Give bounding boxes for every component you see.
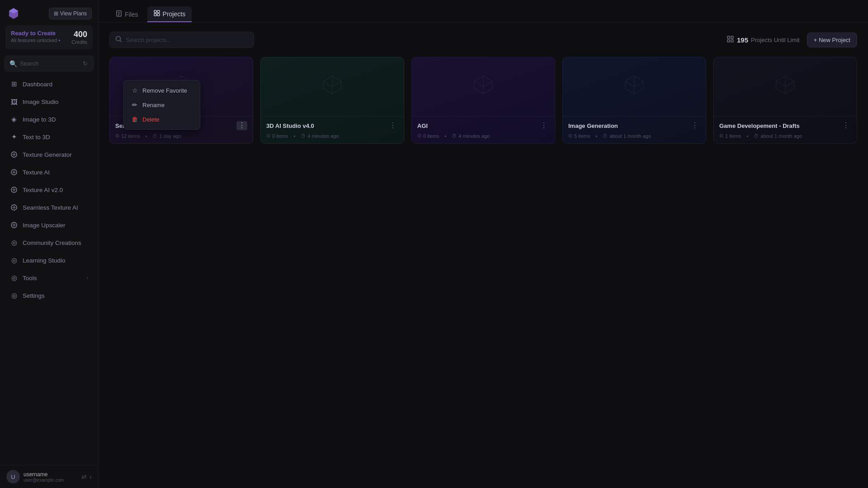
top-tabs: Files Projects (99, 0, 868, 23)
sidebar-item-image-upscaler[interactable]: Image Upscaler (3, 216, 95, 234)
edit-icon: ✏ (131, 101, 138, 108)
sidebar-item-text-to-3d[interactable]: ✦ Text to 3D (3, 128, 95, 145)
project-card-seamless-textures-2[interactable]: ☆ Remove Favorite ✏ Rename 🗑 Delete (109, 57, 253, 144)
card-menu-button-3[interactable]: ⋮ (538, 121, 549, 130)
learning-icon: ◎ (10, 256, 18, 264)
card-meta-row: ⊙ 1 items • ⏱ about 1 month ago (719, 133, 851, 139)
tab-projects[interactable]: Projects (147, 6, 192, 22)
card-menu-button-5[interactable]: ⋮ (840, 121, 851, 130)
footer-actions: ⇄ ‹ (81, 473, 92, 480)
sidebar-item-texture-generator[interactable]: Texture Generator (3, 146, 95, 163)
projects-icon (154, 10, 160, 18)
sidebar-item-label: Image to 3D (23, 116, 56, 123)
project-card-3d-ai-studio[interactable]: 3D AI Studio v4.0 ⋮ ⊙ 0 items • ⏱ 4 minu… (260, 57, 404, 144)
switch-account-button[interactable]: ⇄ (81, 473, 87, 480)
credits-label: Credits (71, 39, 87, 45)
tab-files-label: Files (125, 11, 138, 18)
items-icon: ⊙ (568, 133, 572, 139)
sidebar-item-learning[interactable]: ◎ Learning Studio (3, 252, 95, 269)
sidebar-item-settings[interactable]: ◎ Settings (3, 287, 95, 304)
sidebar-item-texture-ai-v2[interactable]: Texture AI v2.0 (3, 181, 95, 198)
items-icon: ⊙ (719, 133, 723, 139)
project-card-game-dev[interactable]: Game Developement - Drafts ⋮ ⊙ 1 items •… (713, 57, 857, 144)
card-menu-button-2[interactable]: ⋮ (387, 121, 398, 130)
sidebar-item-label: Settings (23, 292, 45, 299)
credits-amount: 400 (71, 30, 87, 39)
sidebar-item-image-to-3d[interactable]: ◈ Image to 3D (3, 111, 95, 128)
sidebar-item-label: Texture Generator (23, 151, 72, 158)
project-card-image-generation[interactable]: Image Generation ⋮ ⊙ 5 items • ⏱ about 1… (562, 57, 706, 144)
sidebar-item-dashboard[interactable]: ⊞ Dashboard (3, 75, 95, 93)
view-plans-icon: ⊞ (54, 10, 58, 17)
sidebar-item-label: Learning Studio (23, 257, 66, 264)
sidebar-item-seamless-texture[interactable]: Seamless Texture AI (3, 199, 95, 216)
svg-rect-15 (731, 40, 733, 42)
sidebar-search-row[interactable]: 🔍 ↻ (5, 56, 94, 71)
view-plans-label: View Plans (60, 10, 87, 17)
sidebar-item-community[interactable]: ◎ Community Creations (3, 234, 95, 251)
tab-files[interactable]: Files (109, 7, 145, 22)
logo-icon (6, 6, 21, 21)
card-title-text: 3D AI Studio v4.0 (266, 122, 314, 129)
items-count: ⊙ 5 items (568, 133, 590, 139)
card-menu-button-1[interactable]: ⋮ (236, 121, 247, 130)
project-card-agi[interactable]: AGI ⋮ ⊙ 0 items • ⏱ 4 minutes ago (411, 57, 555, 144)
context-menu-delete-label: Delete (142, 116, 160, 123)
card-info: 3D AI Studio v4.0 ⋮ ⊙ 0 items • ⏱ 4 minu… (261, 116, 404, 143)
brand-logo-svg (7, 7, 20, 20)
tab-projects-label: Projects (163, 10, 186, 18)
context-menu-rename[interactable]: ✏ Rename (126, 98, 198, 112)
context-menu-remove-favorite[interactable]: ☆ Remove Favorite (126, 83, 198, 98)
refresh-button[interactable]: ↻ (82, 59, 89, 68)
chevron-right-icon: › (86, 275, 88, 281)
card-title-row: 3D AI Studio v4.0 ⋮ (266, 121, 398, 130)
sidebar-item-label: Image Studio (23, 99, 59, 105)
ready-to-create-text: Ready to Create (11, 30, 60, 37)
card-title: Image Generation (568, 122, 618, 129)
card-info: Image Generation ⋮ ⊙ 5 items • ⏱ about 1… (563, 116, 706, 143)
settings-icon: ◎ (10, 291, 18, 300)
tools-icon: ◎ (10, 274, 18, 282)
texture-ai-icon (10, 168, 18, 176)
card-title-text: AGI (417, 122, 428, 129)
collapse-sidebar-button[interactable]: ‹ (90, 473, 92, 480)
card-meta-row: ⊙ 0 items • ⏱ 4 minutes ago (417, 133, 549, 139)
search-projects-input[interactable] (126, 37, 248, 43)
context-menu: ☆ Remove Favorite ✏ Rename 🗑 Delete (123, 80, 200, 130)
card-meta-row: ⊙ 0 items • ⏱ 4 minutes ago (266, 133, 398, 139)
items-count: ⊙ 0 items (417, 133, 439, 139)
view-plans-button[interactable]: ⊞ View Plans (49, 8, 92, 19)
svg-rect-8 (154, 14, 156, 16)
card-title-text: Game Developement - Drafts (719, 122, 800, 129)
svg-rect-14 (727, 40, 730, 42)
logo-area (6, 6, 21, 21)
sidebar-item-texture-ai[interactable]: Texture AI (3, 164, 95, 181)
clock-icon: ⏱ (603, 133, 608, 139)
sidebar-nav: ⊞ Dashboard 🖼 Image Studio ◈ Image to 3D… (0, 75, 98, 465)
time-modified: ⏱ about 1 month ago (754, 133, 802, 139)
dashboard-icon: ⊞ (10, 80, 18, 88)
sidebar-item-label: Seamless Texture AI (23, 204, 78, 211)
card-title: AGI (417, 122, 428, 129)
community-icon: ◎ (10, 239, 18, 247)
projects-limit: 195 Projects Until Limit (727, 36, 800, 44)
search-input[interactable] (20, 60, 79, 67)
user-name: username (24, 471, 78, 478)
new-project-button[interactable]: + New Project (807, 33, 857, 47)
svg-rect-9 (157, 14, 160, 16)
card-info: Game Developement - Drafts ⋮ ⊙ 1 items •… (714, 116, 857, 143)
context-menu-delete[interactable]: 🗑 Delete (126, 112, 198, 127)
card-info: AGI ⋮ ⊙ 0 items • ⏱ 4 minutes ago (412, 116, 555, 143)
card-menu-button-4[interactable]: ⋮ (689, 121, 700, 130)
items-icon: ⊙ (417, 133, 421, 139)
sidebar-item-image-studio[interactable]: 🖼 Image Studio (3, 93, 95, 110)
content-area: 195 Projects Until Limit + New Project ☆… (99, 23, 868, 488)
user-email: user@example.com (24, 478, 78, 483)
projects-until-limit-label: Projects Until Limit (751, 37, 800, 43)
svg-point-10 (116, 37, 121, 41)
context-menu-rename-label: Rename (142, 102, 165, 108)
sidebar-item-tools[interactable]: ◎ Tools › (3, 269, 95, 286)
sidebar-item-label: Tools (23, 275, 37, 282)
svg-line-11 (120, 41, 122, 42)
search-projects-row[interactable] (109, 32, 254, 48)
